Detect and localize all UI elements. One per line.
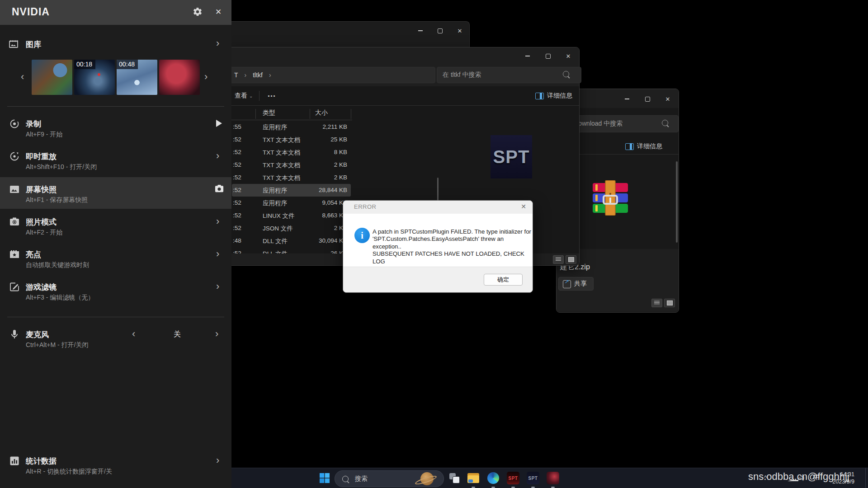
spt-preview-image: SPT xyxy=(491,135,532,178)
chevron-right-icon: › xyxy=(216,151,219,160)
minimize-button[interactable] xyxy=(518,49,538,63)
file-row[interactable]: :52LINUX 文件8,663 KB xyxy=(232,209,351,222)
scrollbar[interactable] xyxy=(676,161,678,243)
statistics-icon xyxy=(9,455,21,467)
menu-item-statistics[interactable]: 统计数据 Alt+R - 切换统计数据浮窗开/关 › xyxy=(0,456,231,485)
dialog-title: ERROR xyxy=(354,203,376,210)
more-options-button[interactable]: … xyxy=(267,89,276,99)
thumbnail-view-icon[interactable] xyxy=(566,255,576,264)
search-icon xyxy=(342,476,349,482)
share-button[interactable]: ↗ 共享 xyxy=(558,277,594,291)
close-button[interactable]: ✕ xyxy=(658,92,678,106)
file-row[interactable]: :52应用程序9,054 KB xyxy=(232,197,351,209)
settings-gear-icon[interactable] xyxy=(193,7,203,17)
view-toggles[interactable] xyxy=(553,255,576,264)
close-button[interactable]: ✕ xyxy=(558,49,578,63)
file-row[interactable]: :52TXT 文本文档25 KB xyxy=(232,133,351,146)
spt-launcher-navy-button[interactable]: SPT xyxy=(525,471,541,485)
maximize-button[interactable] xyxy=(538,49,558,63)
search-box[interactable]: 在 tltkf 中搜索 xyxy=(437,67,581,83)
file-explorer-button[interactable] xyxy=(466,471,481,485)
gallery-icon xyxy=(8,39,19,50)
file-row[interactable]: :52JSON 文件2 KB xyxy=(232,222,351,235)
details-pane-icon xyxy=(625,143,634,150)
highlights-icon xyxy=(9,249,21,261)
column-size[interactable]: 大小 xyxy=(315,109,328,117)
gallery-section-header[interactable]: 图库 › xyxy=(0,39,231,50)
column-type[interactable]: 类型 xyxy=(263,109,275,117)
ok-button[interactable]: 确定 xyxy=(484,274,523,286)
spt-launcher-red-button[interactable]: SPT xyxy=(505,471,521,485)
file-row[interactable]: :55应用程序2,211 KB xyxy=(232,121,351,133)
chevron-right-icon: › xyxy=(245,70,247,80)
view-menu-button[interactable]: 查看 ⌄ xyxy=(235,92,253,100)
instant-replay-icon xyxy=(9,151,21,163)
menu-item-screenshot[interactable]: 屏幕快照 Alt+F1 - 保存屏幕快照 xyxy=(0,184,231,213)
file-row[interactable]: :52TXT 文本文档2 KB xyxy=(232,159,351,171)
nvidia-logo: NVIDIA xyxy=(12,6,50,18)
view-toggles[interactable] xyxy=(651,299,675,307)
chevron-right-icon[interactable]: › xyxy=(215,329,218,338)
file-row[interactable]: :52TXT 文本文档2 KB xyxy=(232,171,351,184)
gallery-thumbnail[interactable]: 00:18 xyxy=(74,60,115,95)
minimize-button[interactable] xyxy=(410,24,430,38)
menu-item-photo-mode[interactable]: 照片模式 Alt+F2 - 开始 › xyxy=(0,217,231,246)
breadcrumb-folder[interactable]: tltkf xyxy=(253,71,263,79)
microphone-icon xyxy=(9,329,21,341)
edge-browser-button[interactable] xyxy=(486,471,501,485)
close-icon[interactable]: ✕ xyxy=(215,7,222,17)
file-row-selected[interactable]: :52应用程序28,844 KB xyxy=(232,184,351,197)
record-icon xyxy=(9,118,21,130)
gallery-prev-icon[interactable]: ‹ xyxy=(21,72,24,81)
maximize-button[interactable] xyxy=(637,92,657,106)
start-button[interactable] xyxy=(317,471,332,485)
task-view-button[interactable] xyxy=(447,471,462,485)
clip-duration-badge: 00:18 xyxy=(74,60,95,69)
menu-item-instant-replay[interactable]: 即时重放 Alt+Shift+F10 - 打开/关闭 › xyxy=(0,151,231,180)
zip-file-icon[interactable] xyxy=(591,180,632,216)
nvidia-overlay-panel: NVIDIA ✕ 图库 › ‹ 00:18 00:48 › 录制 Alt+F9 … xyxy=(0,0,231,488)
details-view-icon[interactable] xyxy=(553,255,564,264)
minimize-button[interactable] xyxy=(617,92,637,106)
file-row[interactable]: :48DLL 文件30,094 KB xyxy=(232,235,351,247)
gallery-thumbnail[interactable] xyxy=(159,60,200,95)
breadcrumb[interactable]: T › tltkf › xyxy=(230,67,435,83)
gallery-thumbnail[interactable] xyxy=(32,60,72,95)
gallery-next-icon[interactable]: › xyxy=(204,72,208,81)
microphone-state: 关 xyxy=(174,330,181,339)
game-filter-icon xyxy=(9,282,21,293)
chevron-right-icon[interactable]: › xyxy=(216,39,219,48)
panel-header: NVIDIA ✕ xyxy=(0,0,231,25)
gallery-thumbnail[interactable]: 00:48 xyxy=(117,60,157,95)
chevron-right-icon: › xyxy=(216,282,219,291)
search-icon xyxy=(662,120,668,126)
breadcrumb-root[interactable]: T xyxy=(234,71,238,79)
chevron-left-icon[interactable]: ‹ xyxy=(132,329,135,338)
chevron-right-icon: › xyxy=(216,217,219,226)
menu-item-microphone[interactable]: 麦克风 Ctrl+Alt+M - 打开/关闭 ‹ 关 › xyxy=(0,329,231,358)
chevron-right-icon: › xyxy=(216,249,219,258)
menu-item-game-filter[interactable]: 游戏滤镜 Alt+F3 - 编辑滤镜（无） › xyxy=(0,282,231,311)
details-toggle[interactable]: 详细信息 xyxy=(535,92,572,100)
details-toggle[interactable]: 详细信息 xyxy=(625,142,662,150)
details-view-icon[interactable] xyxy=(651,299,662,307)
maximize-button[interactable] xyxy=(430,24,450,38)
error-dialog: ERROR ✕ i A patch in SPTCustomPlugin FAI… xyxy=(343,200,533,293)
file-row[interactable]: :52TXT 文本文档8 KB xyxy=(232,146,351,159)
dialog-close-icon[interactable]: ✕ xyxy=(521,203,526,210)
chevron-right-icon: › xyxy=(216,456,219,465)
close-button[interactable]: ✕ xyxy=(450,24,470,38)
thumbnail-view-icon[interactable] xyxy=(664,299,675,307)
menu-item-highlights[interactable]: 亮点 自动抓取关键游戏时刻 › xyxy=(0,249,231,278)
photo-mode-icon xyxy=(9,216,21,228)
game-app-button[interactable] xyxy=(545,471,561,485)
menu-item-record[interactable]: 录制 Alt+F9 - 开始 xyxy=(0,119,231,148)
dialog-message: A patch in SPTCustomPlugin FAILED. The t… xyxy=(373,228,533,272)
info-icon: i xyxy=(354,228,370,243)
camera-icon[interactable] xyxy=(215,185,224,192)
gallery-label: 图库 xyxy=(26,39,41,50)
taskbar-search[interactable]: 搜索 xyxy=(335,470,444,487)
windows-logo-icon xyxy=(319,473,330,483)
details-pane-icon xyxy=(535,93,544,99)
play-icon[interactable] xyxy=(216,120,222,127)
